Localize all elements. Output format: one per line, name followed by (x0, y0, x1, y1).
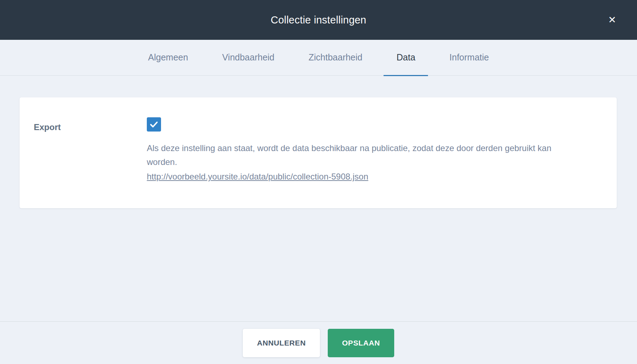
export-checkbox[interactable] (147, 117, 161, 132)
tab-bar: Algemeen Vindbaarheid Zichtbaarheid Data… (0, 40, 637, 76)
close-icon[interactable]: ✕ (604, 12, 620, 28)
tab-vindbaarheid[interactable]: Vindbaarheid (209, 40, 287, 76)
export-label: Export (34, 117, 147, 183)
dialog-footer: ANNULEREN OPSLAAN (0, 321, 637, 364)
export-description: Als deze instelling aan staat, wordt de … (147, 141, 577, 169)
save-button[interactable]: OPSLAAN (328, 329, 394, 357)
tab-data[interactable]: Data (384, 40, 428, 76)
cancel-button[interactable]: ANNULEREN (243, 329, 320, 357)
dialog-content: Export Als deze instelling aan staat, wo… (0, 76, 637, 321)
tab-informatie[interactable]: Informatie (437, 40, 502, 76)
export-setting-row: Export Als deze instelling aan staat, wo… (20, 97, 617, 183)
dialog-title: Collectie instellingen (271, 14, 366, 26)
export-settings-card: Export Als deze instelling aan staat, wo… (20, 97, 617, 208)
tab-zichtbaarheid[interactable]: Zichtbaarheid (296, 40, 375, 76)
collection-settings-dialog: Collectie instellingen ✕ Algemeen Vindba… (0, 0, 637, 364)
dialog-header: Collectie instellingen ✕ (0, 0, 637, 40)
tab-algemeen[interactable]: Algemeen (135, 40, 201, 76)
export-field: Als deze instelling aan staat, wordt de … (147, 117, 603, 183)
export-url-link[interactable]: http://voorbeeld.yoursite.io/data/public… (147, 170, 368, 183)
checkmark-icon (149, 120, 159, 129)
